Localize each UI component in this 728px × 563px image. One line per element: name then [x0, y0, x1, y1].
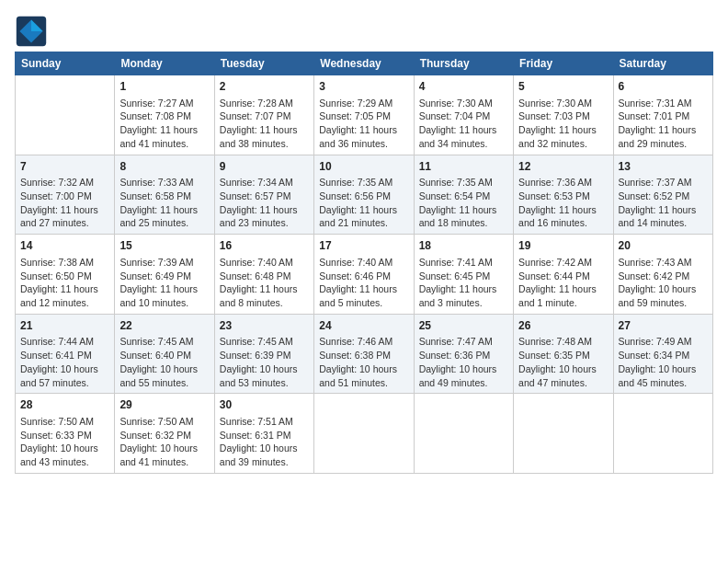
day-number: 11 [419, 159, 508, 175]
day-number: 30 [220, 397, 309, 413]
day-number: 29 [119, 397, 209, 413]
column-header-sunday: Sunday [16, 52, 115, 75]
calendar-cell: 7Sunrise: 7:32 AM Sunset: 7:00 PM Daylig… [16, 155, 115, 235]
day-number: 16 [220, 238, 309, 254]
calendar-cell: 18Sunrise: 7:41 AM Sunset: 6:45 PM Dayli… [414, 235, 513, 315]
day-info: Sunrise: 7:37 AM Sunset: 6:52 PM Dayligh… [619, 176, 708, 230]
calendar-cell: 3Sunrise: 7:29 AM Sunset: 7:05 PM Daylig… [314, 75, 414, 155]
day-number: 27 [619, 318, 708, 334]
day-info: Sunrise: 7:34 AM Sunset: 6:57 PM Dayligh… [220, 176, 309, 230]
day-number: 13 [619, 159, 708, 175]
calendar-cell: 5Sunrise: 7:30 AM Sunset: 7:03 PM Daylig… [514, 75, 613, 155]
day-info: Sunrise: 7:40 AM Sunset: 6:46 PM Dayligh… [319, 256, 408, 310]
day-info: Sunrise: 7:50 AM Sunset: 6:33 PM Dayligh… [20, 415, 109, 469]
calendar-cell: 28Sunrise: 7:50 AM Sunset: 6:33 PM Dayli… [16, 394, 115, 474]
day-info: Sunrise: 7:44 AM Sunset: 6:41 PM Dayligh… [20, 335, 109, 389]
calendar-table: SundayMondayTuesdayWednesdayThursdayFrid… [15, 52, 713, 474]
column-header-saturday: Saturday [613, 52, 712, 75]
day-info: Sunrise: 7:30 AM Sunset: 7:03 PM Dayligh… [518, 97, 608, 151]
calendar-cell: 21Sunrise: 7:44 AM Sunset: 6:41 PM Dayli… [16, 314, 115, 394]
day-number: 4 [419, 79, 508, 95]
day-info: Sunrise: 7:28 AM Sunset: 7:07 PM Dayligh… [220, 97, 309, 151]
day-info: Sunrise: 7:45 AM Sunset: 6:40 PM Dayligh… [119, 335, 209, 389]
calendar-cell: 8Sunrise: 7:33 AM Sunset: 6:58 PM Daylig… [115, 155, 214, 235]
column-header-friday: Friday [514, 52, 613, 75]
calendar-cell: 2Sunrise: 7:28 AM Sunset: 7:07 PM Daylig… [214, 75, 313, 155]
calendar-cell: 14Sunrise: 7:38 AM Sunset: 6:50 PM Dayli… [16, 235, 115, 315]
day-number: 10 [319, 159, 408, 175]
calendar-cell: 19Sunrise: 7:42 AM Sunset: 6:44 PM Dayli… [514, 235, 613, 315]
day-info: Sunrise: 7:46 AM Sunset: 6:38 PM Dayligh… [319, 335, 408, 389]
calendar-week-1: 1Sunrise: 7:27 AM Sunset: 7:08 PM Daylig… [16, 75, 713, 155]
day-info: Sunrise: 7:39 AM Sunset: 6:49 PM Dayligh… [119, 256, 209, 310]
column-header-wednesday: Wednesday [314, 52, 414, 75]
calendar-cell: 13Sunrise: 7:37 AM Sunset: 6:52 PM Dayli… [613, 155, 712, 235]
calendar-cell: 22Sunrise: 7:45 AM Sunset: 6:40 PM Dayli… [115, 314, 214, 394]
day-info: Sunrise: 7:38 AM Sunset: 6:50 PM Dayligh… [20, 256, 109, 310]
day-number: 5 [518, 79, 608, 95]
calendar-cell: 11Sunrise: 7:35 AM Sunset: 6:54 PM Dayli… [414, 155, 513, 235]
calendar-cell: 23Sunrise: 7:45 AM Sunset: 6:39 PM Dayli… [214, 314, 313, 394]
calendar-week-5: 28Sunrise: 7:50 AM Sunset: 6:33 PM Dayli… [16, 394, 713, 474]
day-number: 15 [119, 238, 209, 254]
day-info: Sunrise: 7:41 AM Sunset: 6:45 PM Dayligh… [419, 256, 508, 310]
day-info: Sunrise: 7:27 AM Sunset: 7:08 PM Dayligh… [119, 97, 209, 151]
calendar-header: SundayMondayTuesdayWednesdayThursdayFrid… [16, 52, 713, 75]
calendar-cell: 26Sunrise: 7:48 AM Sunset: 6:35 PM Dayli… [514, 314, 613, 394]
calendar-cell [314, 394, 414, 474]
day-number: 23 [220, 318, 309, 334]
calendar-week-3: 14Sunrise: 7:38 AM Sunset: 6:50 PM Dayli… [16, 235, 713, 315]
calendar-cell [16, 75, 115, 155]
column-header-thursday: Thursday [414, 52, 513, 75]
calendar-cell: 16Sunrise: 7:40 AM Sunset: 6:48 PM Dayli… [214, 235, 313, 315]
day-info: Sunrise: 7:32 AM Sunset: 7:00 PM Dayligh… [20, 176, 109, 230]
day-number: 7 [20, 159, 109, 175]
calendar-cell: 27Sunrise: 7:49 AM Sunset: 6:34 PM Dayli… [613, 314, 712, 394]
column-header-tuesday: Tuesday [214, 52, 313, 75]
day-number: 9 [220, 159, 309, 175]
calendar-cell: 10Sunrise: 7:35 AM Sunset: 6:56 PM Dayli… [314, 155, 414, 235]
calendar-week-2: 7Sunrise: 7:32 AM Sunset: 7:00 PM Daylig… [16, 155, 713, 235]
day-info: Sunrise: 7:31 AM Sunset: 7:01 PM Dayligh… [619, 97, 708, 151]
day-info: Sunrise: 7:45 AM Sunset: 6:39 PM Dayligh… [220, 335, 309, 389]
day-number: 26 [518, 318, 608, 334]
day-info: Sunrise: 7:48 AM Sunset: 6:35 PM Dayligh… [518, 335, 608, 389]
calendar-cell: 9Sunrise: 7:34 AM Sunset: 6:57 PM Daylig… [214, 155, 313, 235]
day-number: 6 [619, 79, 708, 95]
day-number: 8 [119, 159, 209, 175]
calendar-cell: 15Sunrise: 7:39 AM Sunset: 6:49 PM Dayli… [115, 235, 214, 315]
day-number: 22 [119, 318, 209, 334]
calendar-cell: 1Sunrise: 7:27 AM Sunset: 7:08 PM Daylig… [115, 75, 214, 155]
day-number: 28 [20, 397, 109, 413]
logo-icon [15, 15, 48, 48]
day-info: Sunrise: 7:40 AM Sunset: 6:48 PM Dayligh… [220, 256, 309, 310]
day-info: Sunrise: 7:42 AM Sunset: 6:44 PM Dayligh… [518, 256, 608, 310]
day-number: 2 [220, 79, 309, 95]
day-number: 20 [619, 238, 708, 254]
day-number: 17 [319, 238, 408, 254]
day-info: Sunrise: 7:35 AM Sunset: 6:56 PM Dayligh… [319, 176, 408, 230]
calendar-cell: 4Sunrise: 7:30 AM Sunset: 7:04 PM Daylig… [414, 75, 513, 155]
day-number: 3 [319, 79, 408, 95]
logo [15, 15, 51, 48]
calendar-cell [613, 394, 712, 474]
day-number: 19 [518, 238, 608, 254]
day-number: 21 [20, 318, 109, 334]
calendar-cell [414, 394, 513, 474]
day-number: 18 [419, 238, 508, 254]
page-header [15, 15, 713, 48]
calendar-cell [514, 394, 613, 474]
day-info: Sunrise: 7:33 AM Sunset: 6:58 PM Dayligh… [119, 176, 209, 230]
day-info: Sunrise: 7:36 AM Sunset: 6:53 PM Dayligh… [518, 176, 608, 230]
column-header-monday: Monday [115, 52, 214, 75]
calendar-cell: 6Sunrise: 7:31 AM Sunset: 7:01 PM Daylig… [613, 75, 712, 155]
day-info: Sunrise: 7:47 AM Sunset: 6:36 PM Dayligh… [419, 335, 508, 389]
calendar-body: 1Sunrise: 7:27 AM Sunset: 7:08 PM Daylig… [16, 75, 713, 474]
calendar-cell: 29Sunrise: 7:50 AM Sunset: 6:32 PM Dayli… [115, 394, 214, 474]
day-info: Sunrise: 7:50 AM Sunset: 6:32 PM Dayligh… [119, 415, 209, 469]
day-number: 24 [319, 318, 408, 334]
calendar-week-4: 21Sunrise: 7:44 AM Sunset: 6:41 PM Dayli… [16, 314, 713, 394]
day-number: 12 [518, 159, 608, 175]
day-info: Sunrise: 7:43 AM Sunset: 6:42 PM Dayligh… [619, 256, 708, 310]
calendar-cell: 20Sunrise: 7:43 AM Sunset: 6:42 PM Dayli… [613, 235, 712, 315]
